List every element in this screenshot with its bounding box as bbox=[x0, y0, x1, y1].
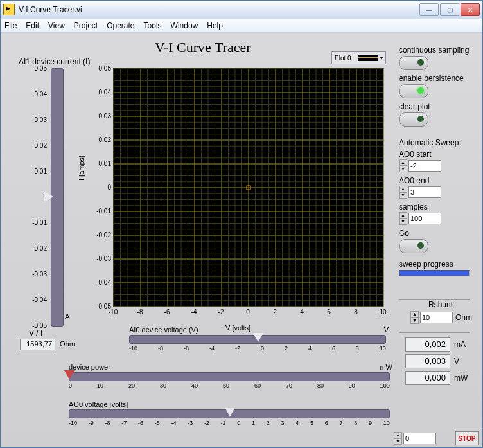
menubar: File Edit View Project Operate Tools Win… bbox=[1, 19, 482, 33]
stop-button[interactable]: STOP bbox=[455, 431, 479, 445]
ao0-end-label: AO0 end bbox=[399, 176, 477, 185]
ai0-voltage-slider[interactable]: AI0 device voltage (V) V -10-8-6-4-20246… bbox=[129, 335, 386, 352]
clear-plot-label: clear plot bbox=[399, 102, 477, 111]
menu-tools[interactable]: Tools bbox=[144, 21, 162, 30]
enable-persistence-label: enable persistence bbox=[399, 74, 477, 83]
ao0-voltage-slider[interactable]: AO0 voltage [volts] -10-9-8-7-6-5-4-3-2-… bbox=[69, 409, 390, 426]
ai0-voltage-label: AI0 device voltage (V) bbox=[129, 326, 198, 334]
spin-up-icon[interactable]: ▲ bbox=[399, 159, 407, 166]
device-power-slider[interactable]: device power mW 0102030405060708090100 bbox=[69, 372, 390, 389]
right-controls: continuous sampling enable persistence c… bbox=[399, 42, 477, 276]
app-icon bbox=[3, 4, 15, 15]
enable-persistence-toggle[interactable] bbox=[399, 84, 428, 98]
device-power-unit: mW bbox=[380, 363, 392, 371]
app-window: V-I Curve Tracer.vi — ▢ ✕ File Edit View… bbox=[0, 0, 483, 448]
continuous-sampling-toggle[interactable] bbox=[399, 56, 428, 70]
unit-ma: mA bbox=[454, 340, 466, 349]
unit-v: V bbox=[454, 357, 459, 366]
close-button[interactable]: ✕ bbox=[461, 3, 480, 16]
slider-knob[interactable] bbox=[225, 408, 235, 417]
ao0-start-field[interactable] bbox=[408, 160, 441, 172]
separator bbox=[399, 299, 470, 300]
menu-file[interactable]: File bbox=[4, 21, 17, 30]
rshunt-field[interactable] bbox=[420, 312, 453, 323]
rshunt-label: Rshunt bbox=[428, 300, 453, 309]
separator bbox=[399, 332, 470, 333]
ao0-start-label: AO0 start bbox=[399, 150, 477, 159]
rshunt-unit: Ohm bbox=[455, 313, 472, 322]
plot-legend[interactable]: Plot 0 ▾ bbox=[331, 51, 386, 64]
ai1-current-label: AI1 device current (I) bbox=[19, 57, 90, 66]
readout-v: 0,003 bbox=[405, 354, 450, 368]
sweep-progress-bar bbox=[399, 270, 470, 276]
readouts: 0,002mA 0,003V 0,000mW bbox=[405, 337, 476, 388]
gauge-knob[interactable] bbox=[44, 192, 53, 202]
ao0-value-field[interactable] bbox=[403, 433, 436, 444]
ao0-start-input[interactable]: ▲▼ bbox=[399, 159, 477, 172]
spin-down-icon[interactable]: ▼ bbox=[399, 192, 407, 199]
gauge-unit: A bbox=[65, 312, 69, 320]
page-title: V-I Curve Tracer bbox=[155, 39, 251, 56]
device-power-label: device power bbox=[69, 363, 110, 371]
spin-down-icon[interactable]: ▼ bbox=[410, 318, 419, 324]
unit-mw: mW bbox=[454, 373, 468, 382]
spin-down-icon[interactable]: ▼ bbox=[399, 166, 407, 172]
slider-knob[interactable] bbox=[253, 333, 263, 342]
front-panel: V-I Curve Tracer AI1 device current (I) … bbox=[1, 33, 482, 447]
vi-label: V / I bbox=[29, 328, 42, 337]
xy-plot[interactable] bbox=[113, 68, 384, 307]
spin-down-icon[interactable]: ▼ bbox=[394, 438, 402, 445]
plot-legend-swatch bbox=[358, 55, 378, 61]
minimize-button[interactable]: — bbox=[419, 3, 439, 16]
spin-up-icon[interactable]: ▲ bbox=[410, 311, 419, 318]
vi-value: 1593,77 bbox=[20, 339, 55, 350]
menu-edit[interactable]: Edit bbox=[26, 21, 39, 30]
menu-view[interactable]: View bbox=[48, 21, 65, 30]
automatic-sweep-label: Automatic Sweep: bbox=[399, 138, 477, 147]
readout-mw: 0,000 bbox=[405, 371, 450, 385]
menu-window[interactable]: Window bbox=[171, 21, 198, 30]
spin-up-icon[interactable]: ▲ bbox=[399, 212, 407, 219]
vi-unit: Ohm bbox=[60, 340, 75, 348]
menu-help[interactable]: Help bbox=[207, 21, 223, 30]
menu-project[interactable]: Project bbox=[74, 21, 98, 30]
spin-up-icon[interactable]: ▲ bbox=[394, 432, 402, 438]
plot-ylabel: I [amps] bbox=[78, 156, 85, 181]
samples-field[interactable] bbox=[408, 213, 441, 224]
continuous-sampling-label: continuous sampling bbox=[399, 46, 477, 55]
menu-operate[interactable]: Operate bbox=[107, 21, 134, 30]
spin-down-icon[interactable]: ▼ bbox=[399, 219, 407, 225]
maximize-button[interactable]: ▢ bbox=[440, 3, 459, 16]
rshunt-input[interactable]: ▲▼ Ohm bbox=[410, 311, 472, 324]
go-button[interactable] bbox=[399, 239, 428, 253]
clear-plot-button[interactable] bbox=[399, 112, 428, 127]
ao0-voltage-label: AO0 voltage [volts] bbox=[69, 400, 128, 408]
plot-xlabel: V [volts] bbox=[225, 324, 250, 332]
slider-knob[interactable] bbox=[64, 370, 75, 379]
spin-up-icon[interactable]: ▲ bbox=[399, 186, 407, 192]
readout-ma: 0,002 bbox=[405, 337, 450, 352]
window-title: V-I Curve Tracer.vi bbox=[19, 5, 419, 14]
samples-input[interactable]: ▲▼ bbox=[399, 212, 477, 225]
go-label: Go bbox=[399, 229, 477, 238]
ao0-value-input[interactable]: ▲▼ bbox=[394, 432, 436, 445]
plot-legend-label: Plot 0 bbox=[335, 55, 351, 62]
ao0-end-field[interactable] bbox=[408, 186, 441, 198]
plot-area: Plot 0 ▾ I [amps] V [volts] 0,050,040,03… bbox=[78, 68, 386, 345]
titlebar[interactable]: V-I Curve Tracer.vi — ▢ ✕ bbox=[1, 1, 482, 19]
chevron-down-icon[interactable]: ▾ bbox=[380, 55, 383, 61]
ai0-voltage-unit: V bbox=[384, 326, 389, 334]
sweep-progress-label: sweep progress bbox=[399, 260, 477, 269]
samples-label: samples bbox=[399, 202, 477, 211]
ai1-current-gauge[interactable]: 0,050,040,030,020,010-0,01-0,02-0,03-0,0… bbox=[26, 68, 65, 325]
ao0-end-input[interactable]: ▲▼ bbox=[399, 186, 477, 199]
